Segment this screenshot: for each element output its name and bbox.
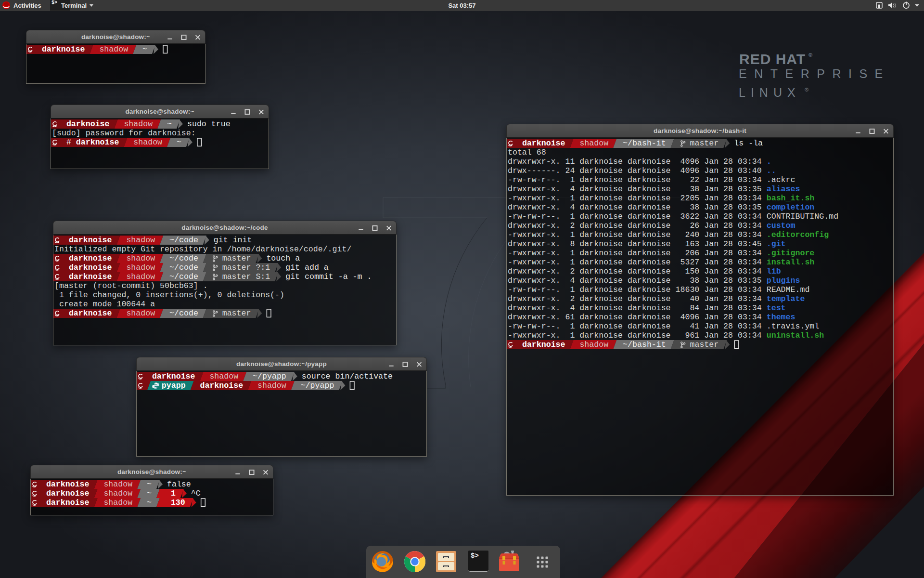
svg-text:darknoise: darknoise (42, 45, 85, 54)
svg-text:-rwxrwxr-x. 1 darknoise darkn: -rwxrwxr-x. 1 darknoise darknoise 206 Ja… (508, 249, 814, 258)
svg-text:master: master (222, 254, 251, 263)
svg-text:RED HAT: RED HAT (739, 51, 806, 67)
svg-text:darknoise: darknoise (69, 272, 112, 281)
svg-text:master S:1: master S:1 (222, 272, 270, 281)
svg-text:create mode 100644 a: create mode 100644 a (54, 300, 155, 309)
svg-text:darknoise: darknoise (66, 119, 110, 129)
svg-text:Terminal: Terminal (61, 2, 87, 9)
svg-text:sudo true: sudo true (187, 119, 231, 129)
svg-text:darknoise: darknoise (46, 480, 90, 489)
svg-text:~/code: ~/code (169, 272, 198, 281)
svg-text:~/code: ~/code (169, 254, 198, 263)
svg-text:-rw-rw-r--. 1 darknoise darkn: -rw-rw-r--. 1 darknoise darknoise 3622 J… (508, 212, 838, 221)
svg-text:^C: ^C (191, 489, 201, 498)
svg-text:shadow: shadow (133, 138, 162, 147)
svg-text:®: ® (808, 52, 812, 58)
svg-text:~/code: ~/code (169, 263, 198, 272)
svg-text:master ?:1: master ?:1 (222, 263, 270, 272)
svg-text:1 file changed, 0 insertions(+: 1 file changed, 0 insertions(+), 0 delet… (54, 290, 284, 300)
svg-text:~: ~ (142, 45, 147, 54)
svg-text:-rwxrwxr-x. 1 darknoise darkn: -rwxrwxr-x. 1 darknoise darknoise 5327 J… (508, 258, 814, 267)
svg-text:shadow: shadow (257, 381, 286, 390)
svg-text:git add a: git add a (285, 263, 329, 272)
svg-text:~: ~ (147, 480, 152, 489)
svg-text:®: ® (805, 87, 808, 92)
svg-text:~: ~ (167, 119, 172, 129)
svg-text:shadow: shadow (126, 236, 155, 245)
svg-text:darknoise: darknoise (200, 381, 244, 390)
svg-text:drwxrwxr-x. 2 darknoise darkn: drwxrwxr-x. 2 darknoise darknoise 26 Jan… (508, 221, 796, 230)
svg-text:shadow: shadow (579, 139, 608, 148)
svg-text:darknoise: darknoise (69, 254, 112, 263)
svg-text:git init: git init (214, 236, 252, 245)
svg-text:shadow: shadow (103, 489, 132, 498)
svg-text:shadow: shadow (579, 340, 608, 349)
svg-text:~: ~ (147, 498, 152, 507)
svg-text:[master (root-commit) 50bcb63]: [master (root-commit) 50bcb63] . (54, 281, 208, 290)
svg-text:#: # (66, 138, 71, 147)
svg-text:-rwxrwxr-x. 1 darknoise darkn: -rwxrwxr-x. 1 darknoise darknoise 240 Ja… (508, 230, 829, 239)
svg-text:shadow: shadow (126, 272, 155, 281)
svg-text:source bin/activate: source bin/activate (302, 372, 393, 381)
svg-text:darknoise: darknoise (46, 498, 90, 507)
svg-text:[sudo] password for darknoise:: [sudo] password for darknoise: (52, 129, 196, 138)
svg-text:~: ~ (147, 489, 152, 498)
svg-text:shadow: shadow (126, 263, 155, 272)
svg-text:shadow: shadow (126, 309, 155, 318)
svg-text:drwxrwxr-x. 11 darknoise darkn: drwxrwxr-x. 11 darknoise darknoise 4096 … (508, 157, 771, 166)
svg-text:~/code: ~/code (169, 309, 198, 318)
svg-text:darknoise: darknoise (522, 139, 565, 148)
svg-text:darknoise: darknoise (69, 309, 112, 318)
svg-text:Initialized empty Git reposito: Initialized empty Git repository in /hom… (54, 245, 351, 254)
svg-text:~/bash-it: ~/bash-it (623, 340, 666, 349)
svg-text:darknoise: darknoise (76, 138, 119, 147)
svg-text:darknoise: darknoise (152, 372, 195, 381)
svg-text:drwxrwxr-x. 4 darknoise darkn: drwxrwxr-x. 4 darknoise darknoise 38 Jan… (508, 203, 814, 212)
svg-text:ls -la: ls -la (734, 139, 763, 148)
svg-text:shadow: shadow (209, 372, 238, 381)
svg-text:master: master (690, 139, 719, 148)
svg-text:shadow: shadow (103, 498, 132, 507)
svg-text:~/bash-it: ~/bash-it (623, 139, 666, 148)
svg-text:Activities: Activities (13, 2, 41, 9)
svg-text:-rwxrwxr-x. 1 darknoise darkn: -rwxrwxr-x. 1 darknoise darknoise 2205 J… (508, 194, 814, 203)
svg-text:total 68: total 68 (508, 148, 546, 157)
svg-text:darknoise: darknoise (46, 489, 90, 498)
svg-text:$>: $> (51, 0, 57, 5)
svg-text:ENTERPRISE: ENTERPRISE (739, 67, 890, 80)
svg-text:drwxrwxr-x. 8 darknoise darkn: drwxrwxr-x. 8 darknoise darknoise 163 Ja… (508, 239, 786, 249)
svg-text:-rw-rw-r--. 1 darknoise darkn: -rw-rw-r--. 1 darknoise darknoise 41 Jan… (508, 322, 819, 331)
svg-text:-rwxrwxr-x. 1 darknoise darkn: -rwxrwxr-x. 1 darknoise darknoise 961 Ja… (508, 331, 824, 340)
svg-text:shadow: shadow (103, 480, 132, 489)
svg-text:shadow: shadow (99, 45, 128, 54)
svg-text:130: 130 (171, 498, 185, 507)
svg-text:-rw-rw-r--. 1 darknoise darkn: -rw-rw-r--. 1 darknoise darknoise 22 Jan… (508, 175, 795, 184)
svg-text:-rw-rw-r--. 1 darknoise darkn: -rw-rw-r--. 1 darknoise darknoise 18630 … (508, 285, 809, 294)
svg-text:drwxrwxr-x. 2 darknoise darkn: drwxrwxr-x. 2 darknoise darknoise 150 Ja… (508, 267, 781, 276)
svg-text:~/pyapp: ~/pyapp (253, 372, 286, 381)
svg-text:pyapp: pyapp (162, 381, 186, 390)
svg-text:darknoise: darknoise (69, 236, 112, 245)
svg-text:drwxrwxr-x. 61 darknoise darkn: drwxrwxr-x. 61 darknoise darknoise 4096 … (508, 313, 795, 322)
svg-text:~: ~ (177, 138, 181, 147)
svg-text:master: master (222, 309, 251, 318)
svg-text:~/pyapp: ~/pyapp (301, 381, 334, 390)
svg-text:drwxrwxr-x. 4 darknoise darkn: drwxrwxr-x. 4 darknoise darknoise 38 Jan… (508, 184, 800, 194)
svg-text:Sat 03:57: Sat 03:57 (448, 2, 475, 9)
svg-text:git commit -a -m .: git commit -a -m . (285, 272, 372, 281)
svg-text:touch a: touch a (266, 254, 300, 263)
svg-text:LINUX: LINUX (739, 86, 801, 99)
svg-text:darknoise: darknoise (522, 340, 565, 349)
svg-text:darknoise: darknoise (69, 263, 112, 272)
svg-text:shadow: shadow (124, 119, 153, 129)
svg-text:shadow: shadow (126, 254, 155, 263)
svg-text:drwxrwxr-x. 2 darknoise darkn: drwxrwxr-x. 2 darknoise darknoise 40 Jan… (508, 294, 805, 303)
svg-text:drwx------. 24 darknoise darkn: drwx------. 24 darknoise darknoise 4096 … (508, 166, 776, 175)
svg-text:1: 1 (171, 489, 176, 498)
svg-text:drwxrwxr-x. 4 darknoise darkn: drwxrwxr-x. 4 darknoise darknoise 84 Jan… (508, 303, 786, 313)
svg-text:false: false (167, 480, 191, 489)
svg-text:~/code: ~/code (169, 236, 198, 245)
svg-text:drwxrwxr-x. 4 darknoise darkn: drwxrwxr-x. 4 darknoise darknoise 38 Jan… (508, 276, 800, 285)
svg-text:master: master (690, 340, 719, 349)
